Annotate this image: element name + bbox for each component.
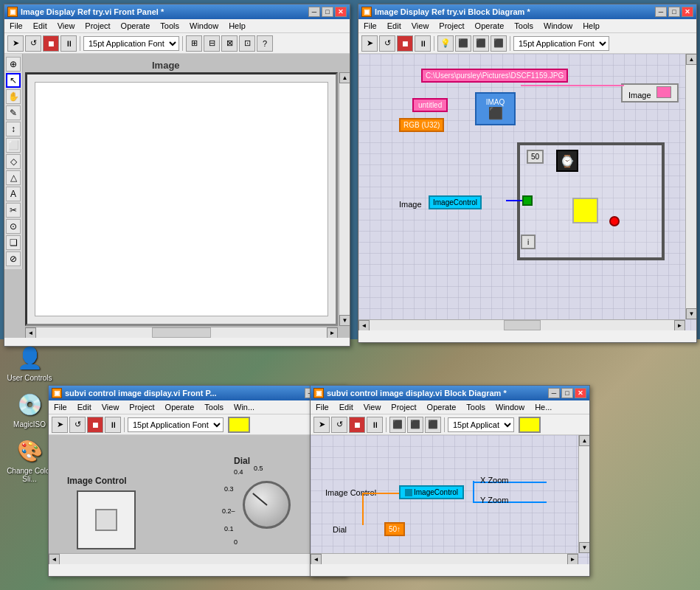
fp-main-resize[interactable]: ⊠ xyxy=(221,35,238,52)
bd-filepath-node[interactable]: C:\Users\pursley\Pictures\DSCF1159.JPG xyxy=(421,69,568,83)
bd-main-menu-edit[interactable]: Edit xyxy=(385,21,403,31)
bd-main-scroll-up[interactable]: ▲ xyxy=(686,54,696,65)
tool-pencil[interactable]: ✎ xyxy=(6,105,21,120)
fp-main-pause[interactable]: ⏸ xyxy=(60,35,77,52)
bd-main-minimize-btn[interactable]: ─ xyxy=(655,7,667,17)
subvi-bd-run-arrow[interactable]: ➤ xyxy=(313,417,330,433)
bd-main-highlight[interactable]: 💡 xyxy=(437,35,454,52)
bd-imaq-node[interactable]: IMAQ ⬛ xyxy=(475,92,516,125)
fp-main-scroll-up[interactable]: ▲ xyxy=(339,72,350,83)
subvi-fp-run-arrow[interactable]: ➤ xyxy=(52,417,68,433)
subvi-bd-scroll-down[interactable]: ▼ xyxy=(579,542,589,553)
fp-main-menu-operate[interactable]: Operate xyxy=(119,21,153,31)
fp-main-align[interactable]: ⊞ xyxy=(186,35,202,52)
subvi-bd-abort[interactable]: ⏹ xyxy=(349,417,365,433)
bd-main-menu-view[interactable]: View xyxy=(409,21,432,31)
fp-main-scroll-track-h2[interactable] xyxy=(211,327,327,338)
fp-main-menu-view[interactable]: View xyxy=(55,21,77,31)
bd-main-menu-operate[interactable]: Operate xyxy=(473,21,507,31)
tool-text[interactable]: A xyxy=(6,187,21,201)
fp-main-scroll-left[interactable]: ◄ xyxy=(25,327,36,338)
subvi-bd-menu-view[interactable]: View xyxy=(361,402,384,412)
tool-cut[interactable]: ✂ xyxy=(6,203,21,218)
tool-color-fill[interactable]: ⊘ xyxy=(6,251,21,266)
fp-main-menu-help[interactable]: Help xyxy=(226,21,248,31)
fp-main-menu-window[interactable]: Window xyxy=(187,21,221,31)
tool-rect[interactable]: ⬜ xyxy=(6,138,21,153)
bd-main-abort[interactable]: ⏹ xyxy=(397,35,413,52)
tool-zoom[interactable]: ⊕ xyxy=(6,57,21,72)
bd-imagecontrol-node[interactable]: ImageControl xyxy=(429,195,482,209)
subvi-fp-menu-edit[interactable]: Edit xyxy=(75,402,94,412)
subvi-fp-highlight[interactable]: ↺ xyxy=(69,417,86,433)
bd-main-menu-help[interactable]: Help xyxy=(581,21,602,31)
subvi-bd-close-btn[interactable]: ✕ xyxy=(575,388,586,398)
subvi-bd-step-into[interactable]: ⬛ xyxy=(407,417,423,433)
tool-diamond[interactable]: ◇ xyxy=(6,154,21,169)
subvi-bd-menu-help[interactable]: He... xyxy=(533,402,554,412)
bd-yellow-box[interactable] xyxy=(572,198,598,223)
subvi-bd-imagecontrol-terminal[interactable]: ImageControl xyxy=(399,485,464,499)
bd-main-menu-project[interactable]: Project xyxy=(437,21,466,31)
subvi-fp-scroll-track-h[interactable] xyxy=(60,554,324,564)
subvi-bd-menu-window[interactable]: Window xyxy=(493,402,527,412)
subvi-fp-image-control-display[interactable] xyxy=(77,490,136,549)
fp-main-help-context[interactable]: ? xyxy=(257,35,273,52)
bd-image-indicator[interactable]: Image xyxy=(621,83,679,103)
subvi-fp-menu-project[interactable]: Project xyxy=(127,402,156,412)
fp-main-scroll-track-v[interactable] xyxy=(339,83,350,315)
subvi-bd-restore-btn[interactable]: □ xyxy=(561,388,573,398)
bd-main-scroll-down[interactable]: ▼ xyxy=(686,308,696,319)
bd-main-scroll-thumb[interactable] xyxy=(504,320,541,330)
subvi-bd-scroll-up[interactable]: ▲ xyxy=(579,435,589,446)
fp-main-scroll-down[interactable]: ▼ xyxy=(339,315,350,326)
tool-triangle[interactable]: △ xyxy=(6,170,21,185)
fp-main-distribute[interactable]: ⊟ xyxy=(204,35,220,52)
tool-probe[interactable]: ⊙ xyxy=(6,219,21,234)
bd-main-pause[interactable]: ⏸ xyxy=(415,35,431,52)
subvi-bd-pause[interactable]: ⏸ xyxy=(367,417,383,433)
subvi-fp-dial-knob[interactable] xyxy=(243,481,291,529)
subvi-fp-menu-operate[interactable]: Operate xyxy=(163,402,197,412)
tool-scroll[interactable]: ↕ xyxy=(6,122,21,136)
bd-main-scroll-left[interactable]: ◄ xyxy=(358,320,370,330)
user-controls-icon[interactable]: 👤 User Controls xyxy=(4,343,55,382)
subvi-fp-scroll-left[interactable]: ◄ xyxy=(49,554,60,564)
bd-count-node[interactable]: 50 xyxy=(527,150,544,164)
subvi-fp-menu-window[interactable]: Win... xyxy=(232,402,257,412)
bd-main-font-select[interactable]: 15pt Application Font xyxy=(513,36,609,51)
bd-main-menu-window[interactable]: Window xyxy=(541,21,575,31)
bd-stop-btn[interactable] xyxy=(609,216,620,226)
fp-main-menu-file[interactable]: File xyxy=(7,21,25,31)
fp-main-menu-tools[interactable]: Tools xyxy=(158,21,181,31)
subvi-bd-font-select[interactable]: 15pt Applicat... xyxy=(448,417,514,432)
bd-main-step-over[interactable]: ⬛ xyxy=(455,35,471,52)
subvi-bd-minimize-btn[interactable]: ─ xyxy=(548,388,560,398)
subvi-fp-font-select[interactable]: 15pt Application Font xyxy=(128,417,223,432)
fp-main-scroll-right[interactable]: ► xyxy=(327,327,338,338)
bd-main-close-btn[interactable]: ✕ xyxy=(682,7,693,17)
subvi-fp-menu-file[interactable]: File xyxy=(52,402,69,412)
bd-main-scroll-right[interactable]: ► xyxy=(674,320,685,330)
tool-hand[interactable]: ✋ xyxy=(6,89,21,104)
bd-main-scroll-track-v[interactable] xyxy=(686,65,696,308)
bd-bool-indicator[interactable] xyxy=(522,195,533,206)
subvi-fp-menu-tools[interactable]: Tools xyxy=(202,402,226,412)
bd-main-continuous-run[interactable]: ↺ xyxy=(379,35,395,52)
fp-main-scroll-track-h[interactable] xyxy=(36,327,152,338)
bd-main-step-out[interactable]: ⬛ xyxy=(491,35,507,52)
bd-loop-icon[interactable]: ⌚ xyxy=(556,150,578,172)
fp-main-abort[interactable]: ⏹ xyxy=(43,35,59,52)
bd-main-menu-file[interactable]: File xyxy=(361,21,379,31)
subvi-bd-highlight[interactable]: ↺ xyxy=(331,417,347,433)
tool-copy-color[interactable]: ❑ xyxy=(6,235,21,250)
fp-main-scroll-thumb[interactable] xyxy=(152,327,211,338)
fp-main-font-select[interactable]: 15pt Application Font xyxy=(83,36,179,51)
subvi-fp-pause[interactable]: ⏸ xyxy=(105,417,121,433)
bd-main-scroll-track-h2[interactable] xyxy=(541,320,675,330)
bd-main-maximize-btn[interactable]: □ xyxy=(668,7,680,17)
subvi-bd-scroll-track-v[interactable] xyxy=(579,446,589,542)
tool-select[interactable]: ↖ xyxy=(6,73,21,88)
fp-main-close-btn[interactable]: ✕ xyxy=(335,7,347,17)
subvi-bd-scroll-track-h[interactable] xyxy=(322,554,567,564)
